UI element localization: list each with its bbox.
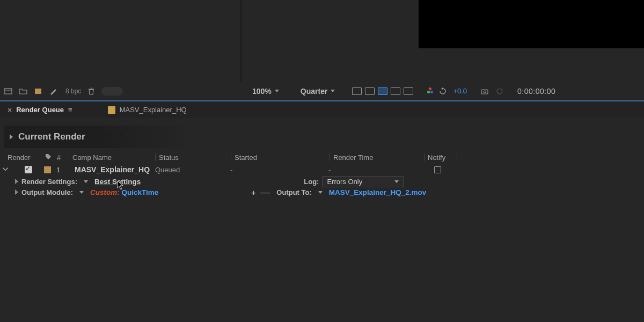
zoom-dropdown[interactable]: 100% <box>248 85 283 97</box>
exposure-value[interactable]: +0.0 <box>453 87 467 95</box>
column-label[interactable] <box>42 153 54 162</box>
log-label: Log: <box>304 178 319 186</box>
panel-menu-icon[interactable]: ≡ <box>68 106 72 114</box>
item-started: - <box>230 166 328 174</box>
project-panel-icon[interactable] <box>3 86 13 96</box>
chevron-down-icon <box>275 90 279 92</box>
output-module-value[interactable]: Custom: QuickTime <box>90 188 158 196</box>
render-checkbox[interactable] <box>25 166 32 173</box>
output-to-value[interactable]: MASV_Explainer_HQ_2.mov <box>329 188 427 196</box>
column-comp-name[interactable]: Comp Name <box>69 153 155 162</box>
footer-toolbar: 8 bpc 100% Quarter +0.0 <box>0 82 644 101</box>
remove-output-module-icon[interactable]: — <box>260 187 270 198</box>
output-module-label: Output Module: <box>21 188 73 196</box>
trash-icon[interactable] <box>86 86 96 96</box>
resolution-value: Quarter <box>301 87 328 96</box>
snapshot-icon[interactable] <box>480 86 489 96</box>
svg-point-4 <box>484 91 486 93</box>
reset-exposure-icon[interactable] <box>438 86 448 96</box>
tab-label: MASV_Explainer_HQ <box>120 106 187 114</box>
transparency-grid-icon[interactable] <box>352 87 362 95</box>
timecode-display[interactable]: 0:00:00:00 <box>517 87 555 96</box>
item-number: 1 <box>56 166 67 174</box>
preview-area <box>0 0 644 82</box>
show-snapshot-icon[interactable] <box>495 86 504 96</box>
folder-icon[interactable] <box>18 86 28 96</box>
bit-depth-label[interactable]: 8 bpc <box>65 87 81 95</box>
composition-icon[interactable] <box>33 86 43 96</box>
expand-row-icon[interactable] <box>2 166 9 174</box>
output-to-label: Output To: <box>276 188 311 196</box>
item-status: Queued <box>155 166 230 174</box>
queue-item-row[interactable]: 1 MASV_Explainer_HQ Queued - - <box>4 163 640 176</box>
mask-toggle-icon[interactable] <box>365 87 375 95</box>
tab-label: Render Queue <box>16 106 64 114</box>
panel-divider[interactable] <box>240 0 241 82</box>
tab-composition[interactable]: MASV_Explainer_HQ <box>105 104 190 116</box>
color-management-icon[interactable] <box>426 86 435 95</box>
svg-rect-3 <box>481 90 488 94</box>
search-pill[interactable] <box>101 87 123 96</box>
tab-render-queue[interactable]: × Render Queue ≡ <box>4 104 76 116</box>
log-dropdown[interactable]: Errors Only <box>322 176 404 187</box>
composition-icon <box>44 166 51 173</box>
composition-icon <box>108 106 115 114</box>
guides-icon[interactable] <box>404 87 413 95</box>
item-comp-name: MASV_Explainer_HQ <box>75 165 155 174</box>
close-icon[interactable]: × <box>8 106 12 114</box>
panel-tabs: × Render Queue ≡ MASV_Explainer_HQ <box>0 101 644 118</box>
svg-rect-2 <box>35 89 41 94</box>
detail-output-module-row: Output Module: Custom: QuickTime + — Out… <box>4 187 640 197</box>
column-number[interactable]: # <box>54 153 69 162</box>
resolution-dropdown[interactable]: Quarter <box>296 85 340 97</box>
chevron-down-icon <box>331 90 335 92</box>
render-settings-label: Render Settings: <box>21 178 77 186</box>
expand-render-settings-icon[interactable] <box>15 179 18 184</box>
channel-icon[interactable] <box>391 87 400 95</box>
column-notify[interactable]: Notify <box>425 153 457 162</box>
svg-point-5 <box>497 89 502 94</box>
zoom-value: 100% <box>252 87 272 96</box>
chevron-down-icon <box>394 180 399 183</box>
region-of-interest-icon[interactable] <box>378 87 387 95</box>
output-module-dropdown-icon[interactable] <box>78 189 85 195</box>
render-settings-value[interactable]: Best Settings <box>94 178 141 186</box>
chevron-right-icon <box>10 134 13 140</box>
notify-checkbox[interactable] <box>434 166 441 173</box>
column-status[interactable]: Status <box>156 153 231 162</box>
render-settings-dropdown-icon[interactable] <box>83 178 89 185</box>
current-render-header[interactable]: Current Render <box>4 126 640 148</box>
output-to-dropdown-icon[interactable] <box>317 189 324 195</box>
add-output-module-icon[interactable]: + <box>250 188 257 196</box>
composition-viewer[interactable] <box>419 0 644 48</box>
brush-icon[interactable] <box>48 86 58 96</box>
column-render[interactable]: Render <box>4 153 42 162</box>
expand-output-module-icon[interactable] <box>15 189 18 195</box>
item-render-time: - <box>328 166 422 174</box>
svg-rect-0 <box>4 89 12 94</box>
queue-table-header: Render # Comp Name Status Started Render… <box>4 151 640 163</box>
column-render-time[interactable]: Render Time <box>330 153 424 162</box>
detail-render-settings-row: Render Settings: Best Settings Log: Erro… <box>4 176 640 187</box>
column-started[interactable]: Started <box>231 153 330 162</box>
log-value: Errors Only <box>327 178 362 186</box>
current-render-title: Current Render <box>18 131 85 142</box>
queue-empty-area <box>0 200 644 322</box>
